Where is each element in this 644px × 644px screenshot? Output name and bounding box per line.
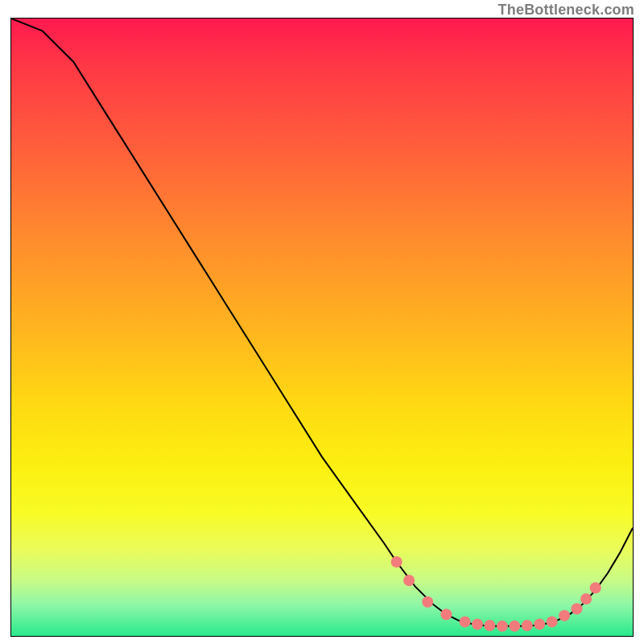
curve-dot bbox=[472, 618, 483, 630]
curve-dot bbox=[590, 582, 601, 593]
curve-dot bbox=[440, 609, 452, 620]
watermark-text: TheBottleneck.com bbox=[498, 2, 634, 19]
curve-dot bbox=[460, 616, 471, 627]
curve-dot bbox=[534, 618, 545, 630]
curve-dot bbox=[580, 593, 592, 605]
curve-dot bbox=[547, 616, 558, 627]
bottleneck-plot bbox=[10, 18, 634, 637]
curve-dot bbox=[484, 620, 495, 631]
curve-dot bbox=[497, 621, 508, 632]
curve-dot bbox=[522, 620, 533, 631]
chart-frame: TheBottleneck.com bbox=[0, 0, 644, 644]
curve-dot bbox=[391, 556, 402, 568]
curve-dot bbox=[559, 610, 570, 621]
bottleneck-curve-path bbox=[11, 19, 633, 626]
curve-dot bbox=[509, 621, 520, 632]
curve-dot bbox=[572, 603, 583, 614]
curve-dot bbox=[422, 597, 433, 608]
curve-layer bbox=[11, 19, 633, 636]
curve-dot bbox=[403, 575, 415, 586]
